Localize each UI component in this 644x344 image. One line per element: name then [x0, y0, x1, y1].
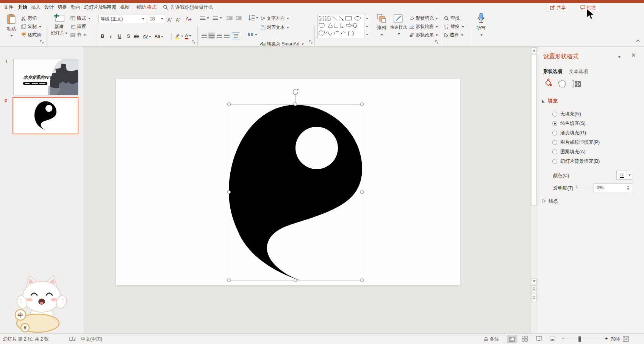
- scrollbar-thumb[interactable]: [531, 54, 537, 205]
- tab-format-contextual[interactable]: 格式: [147, 3, 156, 11]
- fill-section-collapse-icon[interactable]: [542, 100, 545, 103]
- radio-gradient-fill[interactable]: 渐变填充(G): [552, 129, 586, 137]
- strikethrough-button[interactable]: ab: [134, 33, 139, 39]
- paste-button[interactable]: 粘贴: [3, 14, 20, 39]
- handle-bottom-center[interactable]: [294, 279, 297, 282]
- distribute-button[interactable]: [232, 33, 240, 39]
- transparency-slider-track[interactable]: [577, 187, 592, 187]
- tab-help[interactable]: 帮助: [136, 3, 146, 11]
- line-section-heading[interactable]: 线条: [549, 198, 558, 205]
- gallery-scroll[interactable]: [364, 14, 370, 38]
- increase-indent-button[interactable]: [236, 16, 242, 20]
- font-size-combo[interactable]: 18: [148, 15, 165, 23]
- tab-animations[interactable]: 动画: [71, 3, 80, 11]
- slide1-thumbnail[interactable]: 水乡背景的PPT: [13, 59, 78, 95]
- fit-slide-to-window-button[interactable]: [623, 336, 629, 342]
- transparency-spinner[interactable]: [625, 186, 632, 190]
- spinner-down-icon[interactable]: [627, 188, 629, 190]
- tab-transitions[interactable]: 切换: [58, 3, 67, 11]
- chevron-down-icon[interactable]: [181, 36, 183, 37]
- search-icon[interactable]: [163, 5, 168, 10]
- radio-no-fill[interactable]: 无填充(N): [552, 110, 581, 118]
- fill-section-heading[interactable]: 填充: [548, 98, 558, 104]
- tab-file[interactable]: 文件: [4, 3, 13, 11]
- new-slide-button[interactable]: 新建 幻灯片: [49, 13, 69, 39]
- slideshow-view-button[interactable]: [550, 336, 555, 341]
- zoom-out-button[interactable]: −: [561, 336, 565, 342]
- numbering-button[interactable]: [213, 16, 222, 20]
- columns-button[interactable]: [248, 33, 257, 37]
- italic-button[interactable]: I: [110, 33, 111, 39]
- slide-counter[interactable]: 幻灯片 第 2 张, 共 2 张: [3, 336, 49, 342]
- dictate-button[interactable]: 听写: [471, 13, 491, 40]
- text-direction-button[interactable]: A 文字方向: [261, 15, 289, 22]
- zoom-in-button[interactable]: +: [605, 335, 608, 341]
- gallery-up-icon[interactable]: [364, 14, 370, 22]
- character-spacing-button[interactable]: AV: [143, 33, 151, 39]
- tab-review[interactable]: 审阅: [107, 3, 116, 11]
- shape-fill-button[interactable]: 形状填充: [409, 15, 438, 22]
- quick-styles-button[interactable]: 快速样式: [389, 14, 408, 40]
- align-left-button[interactable]: [201, 33, 207, 39]
- tab-slideshow[interactable]: 幻灯片放映: [84, 3, 108, 11]
- arrange-button[interactable]: 排列: [374, 14, 389, 40]
- justify-button[interactable]: [224, 33, 230, 39]
- align-text-button[interactable]: 对齐文本: [261, 24, 289, 31]
- tell-me-search[interactable]: 告诉我你想要做什么: [170, 3, 213, 11]
- gallery-more-icon[interactable]: [364, 30, 370, 38]
- share-button[interactable]: 共享: [547, 4, 569, 11]
- handle-top-center[interactable]: [294, 103, 297, 106]
- drawing-dialog-launcher[interactable]: [435, 40, 439, 44]
- font-dialog-launcher[interactable]: [192, 40, 195, 44]
- gallery-down-icon[interactable]: [364, 22, 370, 30]
- shape-outline-button[interactable]: 形状轮廓: [409, 23, 438, 30]
- pane-close-icon[interactable]: ✕: [631, 52, 636, 59]
- tab-home[interactable]: 开始: [18, 3, 27, 11]
- notes-icon[interactable]: [483, 337, 489, 341]
- align-right-button[interactable]: [216, 33, 222, 39]
- reading-view-button[interactable]: [536, 336, 542, 341]
- radio-picture-fill[interactable]: 图片或纹理填充(P): [552, 139, 600, 146]
- language-indicator[interactable]: 中文(中国): [81, 336, 102, 342]
- shrink-font-button[interactable]: A˅: [176, 16, 181, 23]
- cut-button[interactable]: 剪切: [21, 15, 37, 22]
- zoom-slider-thumb[interactable]: [578, 336, 581, 342]
- format-painter-button[interactable]: 格式刷: [21, 32, 41, 38]
- size-properties-icon[interactable]: [571, 79, 581, 88]
- color-dropdown[interactable]: [627, 171, 632, 179]
- color-picker-button[interactable]: [616, 171, 632, 180]
- shadow-button[interactable]: S: [127, 33, 130, 39]
- slide2-thumbnail-selected[interactable]: [13, 97, 78, 134]
- layout-button[interactable]: 版式: [70, 15, 91, 22]
- previous-slide-button[interactable]: [531, 285, 537, 293]
- change-case-button[interactable]: Aa: [155, 33, 163, 39]
- scroll-down-button[interactable]: [531, 278, 537, 284]
- effects-icon[interactable]: [558, 79, 567, 88]
- normal-view-button[interactable]: [507, 335, 517, 343]
- copy-button[interactable]: 复制: [21, 23, 41, 30]
- tab-insert[interactable]: 插入: [31, 3, 41, 11]
- zoom-level[interactable]: 78%: [611, 336, 620, 342]
- line-section-expand-icon[interactable]: ▷: [542, 198, 546, 203]
- collapse-ribbon-button[interactable]: [636, 39, 640, 42]
- handle-middle-right[interactable]: [360, 190, 364, 194]
- underline-button[interactable]: U: [118, 33, 121, 39]
- notes-toggle[interactable]: 备注: [490, 336, 499, 342]
- next-slide-button[interactable]: [531, 294, 537, 301]
- handle-bottom-right[interactable]: [360, 279, 364, 282]
- replace-button[interactable]: bc 替换: [444, 23, 464, 30]
- clipboard-dialog-launcher[interactable]: [40, 40, 44, 44]
- shape-gallery[interactable]: A A { }: [317, 14, 364, 38]
- radio-pattern-fill[interactable]: 图案填充(A): [552, 148, 586, 156]
- transparency-value-box[interactable]: 0%: [594, 183, 632, 192]
- grow-font-button[interactable]: A˄: [167, 16, 172, 23]
- font-name-combo[interactable]: 等线 (正文): [98, 15, 146, 23]
- find-button[interactable]: 查找: [444, 15, 460, 22]
- yin-yang-shape[interactable]: [229, 104, 362, 280]
- bullets-button[interactable]: [200, 16, 209, 20]
- font-color-button[interactable]: A: [185, 33, 191, 39]
- pane-menu-chevron-icon[interactable]: [618, 56, 621, 58]
- radio-solid-fill[interactable]: 纯色填充(S): [552, 120, 586, 127]
- handle-middle-left[interactable]: [227, 190, 231, 194]
- rotation-handle[interactable]: [292, 88, 299, 96]
